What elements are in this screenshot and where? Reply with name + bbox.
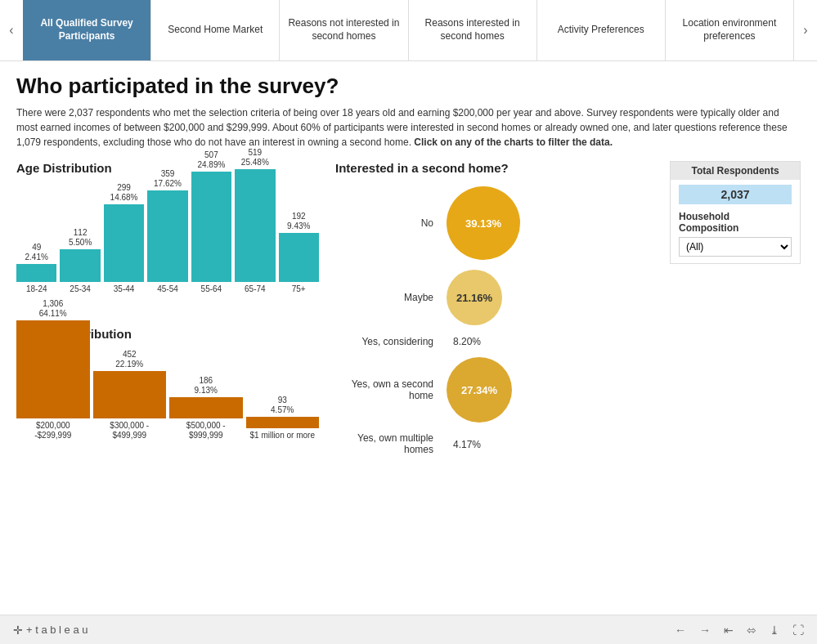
age-range-75plus: 75+ bbox=[292, 284, 306, 294]
age-pct-75plus: 9.43% bbox=[287, 221, 310, 230]
age-bar-25-34[interactable]: 1125.50% 25-34 bbox=[60, 228, 100, 294]
income-bar-500k[interactable]: 1869.13% $500,000 - $999,999 bbox=[169, 376, 243, 441]
charts-row: Age Distribution 492.41% 18-24 1125.50% … bbox=[16, 161, 801, 606]
income-bar-1m[interactable]: 934.57% $1 million or more bbox=[246, 396, 320, 441]
age-bar-18-24[interactable]: 492.41% 18-24 bbox=[16, 243, 56, 294]
age-range-35-44: 35-44 bbox=[114, 284, 135, 294]
income-bar-fill-1m bbox=[246, 417, 320, 428]
center-column: Interested in a second home? No 39.13% M… bbox=[319, 161, 662, 606]
interest-chart-title: Interested in a second home? bbox=[335, 161, 662, 175]
age-bar-65-74[interactable]: 51925.48% 65-74 bbox=[235, 148, 275, 294]
interest-label-no: No bbox=[335, 217, 433, 229]
left-column: Age Distribution 492.41% 18-24 1125.50% … bbox=[16, 161, 319, 606]
interest-bubble-maybe[interactable]: 21.16% bbox=[447, 270, 502, 325]
income-count-300k: 452 bbox=[123, 350, 137, 359]
back-icon[interactable]: ← bbox=[675, 624, 686, 637]
age-bar-chart[interactable]: 492.41% 18-24 1125.50% 25-34 29914.68% bbox=[16, 180, 319, 311]
home-icon[interactable]: ⇤ bbox=[724, 624, 734, 637]
income-bar-fill-300k bbox=[93, 371, 167, 418]
income-distribution-section: Income Distribution 1,30664.11% $200,000… bbox=[16, 327, 319, 460]
top-navigation: ‹ All Qualified Survey Participants Seco… bbox=[0, 0, 817, 61]
bottom-bar: ✛ + t a b l e a u ← → ⇤ ⬄ ⤓ ⛶ bbox=[0, 615, 817, 644]
income-count-500k: 186 bbox=[199, 376, 213, 385]
age-bar-fill-35-44 bbox=[104, 204, 144, 282]
income-pct-500k: 9.13% bbox=[195, 386, 218, 395]
interest-row-maybe[interactable]: Maybe 21.16% bbox=[335, 270, 662, 325]
tab-second-home-market[interactable]: Second Home Market bbox=[151, 0, 280, 60]
logo-text: + t a b l e a u bbox=[26, 624, 88, 636]
age-count-75plus: 192 bbox=[292, 212, 306, 221]
income-pct-300k: 22.19% bbox=[115, 360, 143, 369]
age-count-55-64: 507 bbox=[204, 150, 218, 159]
interest-bubble-no[interactable]: 39.13% bbox=[447, 186, 520, 260]
main-content: Who participated in the survey? There we… bbox=[0, 61, 817, 615]
age-bar-35-44[interactable]: 29914.68% 35-44 bbox=[104, 183, 144, 294]
interest-pct-no: 39.13% bbox=[465, 217, 501, 230]
interest-pct-own-second: 27.34% bbox=[461, 384, 497, 396]
income-bar-200k[interactable]: 1,30664.11% $200,000 -$299,999 bbox=[16, 299, 90, 441]
nav-arrow-right[interactable]: › bbox=[794, 0, 817, 60]
income-bar-fill-200k bbox=[16, 320, 90, 418]
age-bar-75plus[interactable]: 1929.43% 75+ bbox=[279, 212, 319, 294]
interest-pct-maybe: 21.16% bbox=[456, 292, 492, 304]
age-pct-25-34: 5.50% bbox=[69, 238, 92, 247]
income-pct-1m: 4.57% bbox=[271, 405, 294, 414]
age-bar-fill-75plus bbox=[279, 233, 319, 282]
tab-activity-preferences[interactable]: Activity Preferences bbox=[537, 0, 666, 60]
download-icon[interactable]: ⤓ bbox=[770, 624, 779, 637]
tableau-logo: ✛ + t a b l e a u bbox=[13, 624, 88, 637]
interest-bubble-chart: No 39.13% Maybe 21.16% Yes, considering bbox=[335, 186, 662, 455]
tab-all-qualified[interactable]: All Qualified Survey Participants bbox=[23, 0, 151, 60]
age-range-25-34: 25-34 bbox=[70, 284, 91, 294]
interest-label-own-second: Yes, own a second home bbox=[335, 378, 433, 401]
age-count-18-24: 49 bbox=[32, 243, 41, 252]
total-respondents-box: Total Respondents 2,037 Household Compos… bbox=[670, 161, 801, 264]
page-description: There were 2,037 respondents who met the… bbox=[16, 105, 801, 150]
age-pct-55-64: 24.89% bbox=[197, 160, 225, 169]
age-bar-45-54[interactable]: 35917.62% 45-54 bbox=[147, 169, 187, 294]
income-bar-300k[interactable]: 45222.19% $300,000 - $499,999 bbox=[93, 350, 167, 441]
fullscreen-icon[interactable]: ⛶ bbox=[792, 624, 804, 637]
interest-label-own-multiple: Yes, own multiple homes bbox=[335, 432, 433, 455]
forward-icon[interactable]: → bbox=[699, 624, 711, 637]
age-bar-55-64[interactable]: 50724.89% 55-64 bbox=[191, 150, 231, 294]
income-bar-chart[interactable]: 1,30664.11% $200,000 -$299,999 45222.19%… bbox=[16, 346, 319, 460]
tab-reasons-interested[interactable]: Reasons interested in second homes bbox=[409, 0, 537, 60]
share-icon[interactable]: ⬄ bbox=[747, 624, 756, 637]
nav-arrow-left[interactable]: ‹ bbox=[0, 0, 23, 60]
nav-tabs: All Qualified Survey Participants Second… bbox=[23, 0, 794, 60]
age-bar-fill-55-64 bbox=[191, 172, 231, 282]
income-range-200k: $200,000 -$299,999 bbox=[16, 421, 90, 441]
household-composition-label: Household Composition bbox=[679, 211, 792, 234]
interest-row-own-multiple[interactable]: Yes, own multiple homes 4.17% bbox=[335, 432, 662, 455]
interest-row-own-second[interactable]: Yes, own a second home 27.34% bbox=[335, 357, 662, 423]
age-pct-18-24: 2.41% bbox=[25, 253, 48, 262]
tab-location-preferences[interactable]: Location environment preferences bbox=[666, 0, 794, 60]
age-pct-65-74: 25.48% bbox=[241, 158, 269, 167]
interest-pct-considering-text: 8.20% bbox=[453, 335, 481, 347]
age-range-18-24: 18-24 bbox=[26, 284, 47, 294]
interest-pct-multiple-text: 4.17% bbox=[453, 438, 481, 450]
age-bar-fill-65-74 bbox=[235, 169, 275, 282]
income-count-1m: 93 bbox=[278, 396, 287, 405]
age-range-55-64: 55-64 bbox=[201, 284, 222, 294]
age-pct-35-44: 14.68% bbox=[110, 193, 138, 202]
household-composition-select[interactable]: (All) bbox=[679, 237, 792, 257]
interest-row-considering[interactable]: Yes, considering 8.20% bbox=[335, 335, 662, 347]
age-range-45-54: 45-54 bbox=[157, 284, 178, 294]
desc-text: There were 2,037 respondents who met the… bbox=[16, 107, 788, 148]
age-range-65-74: 65-74 bbox=[245, 284, 266, 294]
age-count-45-54: 359 bbox=[161, 169, 175, 178]
total-respondents-title: Total Respondents bbox=[671, 162, 800, 180]
page-title: Who participated in the survey? bbox=[16, 74, 801, 99]
age-bar-fill-18-24 bbox=[16, 264, 56, 282]
right-column: Total Respondents 2,037 Household Compos… bbox=[662, 161, 801, 606]
age-distribution-section: Age Distribution 492.41% 18-24 1125.50% … bbox=[16, 161, 319, 311]
age-bar-fill-25-34 bbox=[60, 249, 100, 282]
total-respondents-value: 2,037 bbox=[679, 185, 792, 204]
age-count-25-34: 112 bbox=[74, 228, 88, 237]
age-count-35-44: 299 bbox=[117, 183, 131, 192]
interest-bubble-own-second[interactable]: 27.34% bbox=[447, 357, 512, 423]
tab-reasons-not-interested[interactable]: Reasons not interested in second homes bbox=[280, 0, 408, 60]
interest-row-no[interactable]: No 39.13% bbox=[335, 186, 662, 260]
